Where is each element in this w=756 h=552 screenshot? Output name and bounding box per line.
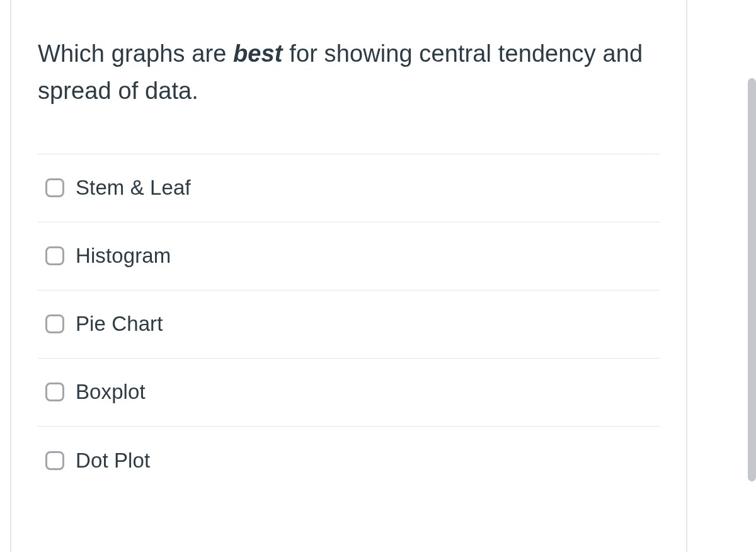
scrollbar-track[interactable] bbox=[747, 0, 756, 552]
option-row[interactable]: Stem & Leaf bbox=[38, 154, 660, 222]
question-text: Which graphs are best for showing centra… bbox=[38, 35, 660, 110]
option-checkbox[interactable] bbox=[45, 314, 64, 333]
option-row[interactable]: Dot Plot bbox=[38, 427, 660, 495]
option-row[interactable]: Pie Chart bbox=[38, 290, 660, 359]
option-checkbox[interactable] bbox=[45, 382, 64, 401]
scrollbar-thumb[interactable] bbox=[748, 78, 756, 481]
question-card: Which graphs are best for showing centra… bbox=[10, 0, 687, 552]
question-prefix: Which graphs are bbox=[38, 40, 233, 67]
option-label: Boxplot bbox=[76, 380, 146, 404]
option-checkbox[interactable] bbox=[45, 178, 64, 197]
option-checkbox[interactable] bbox=[45, 451, 64, 470]
option-label: Pie Chart bbox=[76, 312, 163, 336]
option-label: Histogram bbox=[76, 244, 171, 268]
question-emphasis: best bbox=[233, 40, 283, 67]
options-list: Stem & Leaf Histogram Pie Chart Boxplot … bbox=[38, 154, 660, 495]
option-checkbox[interactable] bbox=[45, 246, 64, 265]
option-row[interactable]: Histogram bbox=[38, 222, 660, 290]
option-row[interactable]: Boxplot bbox=[38, 359, 660, 427]
option-label: Dot Plot bbox=[76, 449, 150, 473]
option-label: Stem & Leaf bbox=[76, 176, 191, 200]
